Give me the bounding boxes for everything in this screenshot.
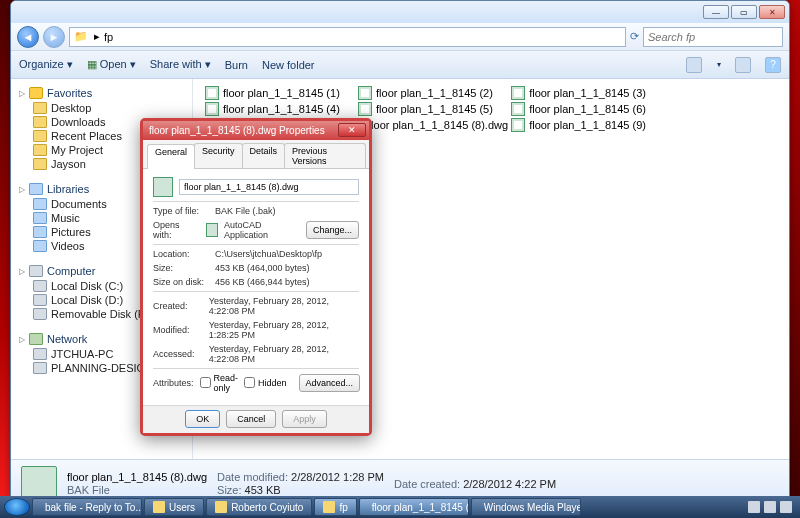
maximize-button[interactable]: ▭ bbox=[731, 5, 757, 19]
prop-label: Modified: bbox=[153, 325, 203, 335]
file-icon bbox=[358, 86, 372, 100]
organize-menu[interactable]: Organize ▾ bbox=[19, 58, 73, 71]
filename-input[interactable] bbox=[179, 179, 359, 195]
close-button[interactable]: ✕ bbox=[759, 5, 785, 19]
taskbar-item[interactable]: floor plan_1_1_8145 (... bbox=[359, 498, 469, 516]
taskbar-item[interactable]: Roberto Coyiuto bbox=[206, 498, 312, 516]
start-button[interactable] bbox=[4, 498, 30, 516]
view-options-icon[interactable] bbox=[686, 57, 702, 73]
details-value: 2/28/2012 1:28 PM bbox=[291, 471, 384, 483]
file-item[interactable]: floor plan_1_1_8145 (8).dwg bbox=[358, 117, 508, 133]
share-menu[interactable]: Share with ▾ bbox=[150, 58, 211, 71]
hidden-checkbox[interactable]: Hidden bbox=[244, 377, 287, 388]
file-item[interactable]: floor plan_1_1_8145 (2) bbox=[358, 85, 508, 101]
readonly-checkbox[interactable]: Read-only bbox=[200, 373, 239, 393]
file-icon bbox=[205, 102, 219, 116]
taskbar-item[interactable]: bak file - Reply to To... bbox=[32, 498, 142, 516]
file-item[interactable]: floor plan_1_1_8145 (9) bbox=[511, 117, 661, 133]
folder-icon bbox=[33, 144, 47, 156]
cancel-button[interactable]: Cancel bbox=[226, 410, 276, 428]
ok-button[interactable]: OK bbox=[185, 410, 220, 428]
computer-icon bbox=[33, 362, 47, 374]
folder-icon bbox=[33, 158, 47, 170]
folder-icon bbox=[323, 501, 335, 513]
prop-value: 456 KB (466,944 bytes) bbox=[215, 277, 310, 287]
file-type-icon bbox=[153, 177, 173, 197]
details-value: 453 KB bbox=[245, 484, 281, 496]
breadcrumb[interactable]: 📁 ▸ fp bbox=[69, 27, 626, 47]
dialog-close-button[interactable]: ✕ bbox=[338, 123, 366, 137]
properties-dialog: floor plan_1_1_8145 (8).dwg Properties ✕… bbox=[140, 118, 372, 436]
taskbar-item[interactable]: Windows Media Player bbox=[471, 498, 581, 516]
prop-label: Opens with: bbox=[153, 220, 200, 240]
prop-label: Size on disk: bbox=[153, 277, 209, 287]
prop-label: Size: bbox=[153, 263, 209, 273]
file-item[interactable]: floor plan_1_1_8145 (1) bbox=[205, 85, 355, 101]
prop-value: C:\Users\jtchua\Desktop\fp bbox=[215, 249, 322, 259]
open-menu[interactable]: ▦ Open ▾ bbox=[87, 58, 136, 71]
folder-icon bbox=[33, 102, 47, 114]
computer-icon bbox=[33, 348, 47, 360]
file-icon bbox=[205, 86, 219, 100]
file-item[interactable]: floor plan_1_1_8145 (3) bbox=[511, 85, 661, 101]
volume-icon[interactable] bbox=[780, 501, 792, 513]
nav-bar: ◄ ► 📁 ▸ fp ⟳ bbox=[11, 23, 789, 51]
sidebar-item-desktop[interactable]: Desktop bbox=[15, 101, 188, 115]
details-filetype: BAK File bbox=[67, 484, 207, 496]
app-icon bbox=[206, 223, 218, 237]
tab-security[interactable]: Security bbox=[194, 143, 243, 168]
folder-icon: 📁 bbox=[74, 30, 88, 43]
tab-previous-versions[interactable]: Previous Versions bbox=[284, 143, 366, 168]
file-icon bbox=[511, 102, 525, 116]
advanced-button[interactable]: Advanced... bbox=[299, 374, 361, 392]
prop-value: AutoCAD Application bbox=[224, 220, 294, 240]
file-item[interactable]: floor plan_1_1_8145 (6) bbox=[511, 101, 661, 117]
details-label: Date created: bbox=[394, 478, 460, 490]
favorites-header[interactable]: Favorites bbox=[15, 85, 188, 101]
details-filename: floor plan_1_1_8145 (8).dwg bbox=[67, 471, 207, 483]
libraries-icon bbox=[29, 183, 43, 195]
tray-icon[interactable] bbox=[764, 501, 776, 513]
forward-button[interactable]: ► bbox=[43, 26, 65, 48]
star-icon bbox=[29, 87, 43, 99]
details-pane: floor plan_1_1_8145 (8).dwg BAK File Dat… bbox=[11, 459, 789, 498]
folder-icon bbox=[215, 501, 227, 513]
tray-icon[interactable] bbox=[748, 501, 760, 513]
taskbar: bak file - Reply to To... Users Roberto … bbox=[0, 496, 800, 518]
view-dropdown-icon[interactable]: ▾ bbox=[717, 60, 721, 69]
taskbar-item[interactable]: fp bbox=[314, 498, 356, 516]
prop-label: Attributes: bbox=[153, 378, 194, 388]
window-titlebar: — ▭ ✕ bbox=[11, 1, 789, 23]
change-button[interactable]: Change... bbox=[306, 221, 359, 239]
prop-value: Yesterday, February 28, 2012, 1:28:25 PM bbox=[209, 320, 359, 340]
tab-details[interactable]: Details bbox=[242, 143, 286, 168]
details-value: 2/28/2012 4:22 PM bbox=[463, 478, 556, 490]
help-icon[interactable]: ? bbox=[765, 57, 781, 73]
tab-general[interactable]: General bbox=[147, 144, 195, 169]
dialog-titlebar[interactable]: floor plan_1_1_8145 (8).dwg Properties ✕ bbox=[143, 121, 369, 140]
library-icon bbox=[33, 240, 47, 252]
back-button[interactable]: ◄ bbox=[17, 26, 39, 48]
search-input[interactable] bbox=[643, 27, 783, 47]
explorer-window: — ▭ ✕ ◄ ► 📁 ▸ fp ⟳ Organize ▾ ▦ Open ▾ S… bbox=[10, 0, 790, 498]
prop-value: 453 KB (464,000 bytes) bbox=[215, 263, 310, 273]
taskbar-item[interactable]: Users bbox=[144, 498, 204, 516]
drive-icon bbox=[33, 308, 47, 320]
minimize-button[interactable]: — bbox=[703, 5, 729, 19]
prop-value: Yesterday, February 28, 2012, 4:22:08 PM bbox=[209, 296, 359, 316]
prop-value: Yesterday, February 28, 2012, 4:22:08 PM bbox=[209, 344, 359, 364]
prop-label: Type of file: bbox=[153, 206, 209, 216]
burn-button[interactable]: Burn bbox=[225, 59, 248, 71]
file-item[interactable]: floor plan_1_1_8145 (4) bbox=[205, 101, 355, 117]
dialog-footer: OK Cancel Apply bbox=[143, 405, 369, 433]
dialog-title: floor plan_1_1_8145 (8).dwg Properties bbox=[149, 125, 325, 136]
drive-icon bbox=[33, 280, 47, 292]
library-icon bbox=[33, 212, 47, 224]
preview-pane-icon[interactable] bbox=[735, 57, 751, 73]
new-folder-button[interactable]: New folder bbox=[262, 59, 315, 71]
breadcrumb-segment[interactable]: fp bbox=[104, 31, 113, 43]
refresh-icon[interactable]: ⟳ bbox=[630, 30, 639, 43]
file-icon bbox=[511, 118, 525, 132]
apply-button[interactable]: Apply bbox=[282, 410, 327, 428]
file-item[interactable]: floor plan_1_1_8145 (5) bbox=[358, 101, 508, 117]
